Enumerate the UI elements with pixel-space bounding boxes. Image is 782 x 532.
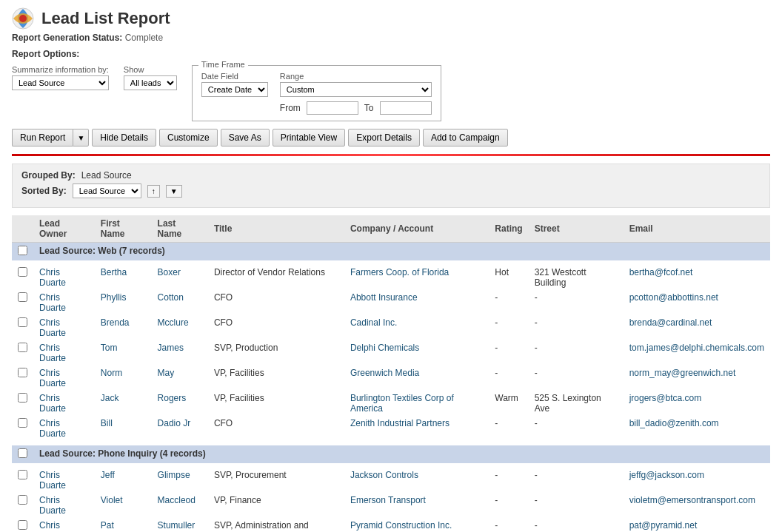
title-cell: SVP, Administration and Finance [208, 518, 344, 532]
first-name-link[interactable]: Pat [101, 520, 114, 531]
row-checkbox[interactable] [18, 470, 27, 479]
street-cell: - [529, 468, 624, 493]
row-checkbox[interactable] [18, 292, 27, 302]
owner-link[interactable]: Chris Duarte [39, 495, 66, 516]
row-checkbox[interactable] [18, 343, 27, 352]
last-name-link[interactable]: Dadio Jr [158, 418, 191, 428]
first-name-link[interactable]: Brenda [101, 317, 130, 328]
email-link[interactable]: jrogers@btca.com [629, 393, 702, 403]
email-link[interactable]: violetm@emersontransport.com [629, 495, 755, 505]
app-logo [12, 7, 34, 30]
last-name-link[interactable]: Mcclure [158, 317, 189, 328]
company-link[interactable]: Cadinal Inc. [350, 317, 397, 328]
show-label: Show [124, 65, 177, 74]
show-select[interactable]: All leads [124, 75, 177, 90]
street-cell: - [529, 518, 624, 532]
export-details-button[interactable]: Export Details [348, 129, 420, 147]
company-link[interactable]: Farmers Coop. of Florida [350, 267, 449, 277]
sort-asc-button[interactable]: ↑ [147, 185, 160, 198]
sorted-by-select[interactable]: Lead Source [73, 183, 141, 198]
company-link[interactable]: Abbott Insurance [350, 292, 418, 303]
row-checkbox[interactable] [18, 317, 27, 327]
row-checkbox[interactable] [18, 520, 27, 530]
owner-link[interactable]: Chris Duarte [39, 267, 66, 288]
run-report-arrow[interactable]: ▼ [73, 129, 89, 147]
company-link[interactable]: Zenith Industrial Partners [350, 418, 450, 428]
last-name-link[interactable]: Stumuller [158, 520, 196, 531]
email-link[interactable]: bertha@fcof.net [629, 267, 693, 277]
title-cell: VP, Facilities [208, 366, 344, 391]
email-link[interactable]: norm_may@greenwich.net [629, 368, 736, 378]
email-link[interactable]: pcotton@abbottins.net [629, 292, 718, 303]
owner-link[interactable]: Chris Duarte [39, 317, 66, 338]
first-name-link[interactable]: Jack [101, 393, 119, 403]
hide-details-button[interactable]: Hide Details [92, 129, 156, 147]
sort-desc-button[interactable]: ▼ [166, 185, 182, 198]
owner-link[interactable]: Chris Duarte [39, 368, 66, 388]
owner-link[interactable]: Chris Duarte [39, 343, 66, 363]
toolbar: Run Report ▼ Hide Details Customize Save… [12, 129, 770, 147]
owner-link[interactable]: Chris Duarte [39, 418, 66, 439]
run-report-button[interactable]: Run Report [12, 129, 73, 147]
range-select[interactable]: Custom [280, 82, 432, 97]
company-link[interactable]: Greenwich Media [350, 368, 419, 378]
report-options-label: Report Options: [12, 49, 770, 59]
first-name-link[interactable]: Bertha [101, 267, 127, 277]
last-name-link[interactable]: May [158, 368, 175, 378]
email-link[interactable]: jeffg@jackson.com [629, 470, 704, 480]
row-checkbox[interactable] [18, 393, 27, 403]
from-input[interactable] [307, 101, 358, 115]
company-link[interactable]: Pyramid Construction Inc. [350, 520, 452, 531]
to-input[interactable] [380, 101, 432, 115]
date-field-select[interactable]: Create Date [201, 82, 268, 97]
street-cell: 525 S. Lexington Ave [529, 391, 624, 416]
last-name-link[interactable]: Glimpse [158, 470, 190, 480]
table-row: Chris Duarte Jack Rogers VP, Facilities … [12, 391, 770, 416]
last-name-link[interactable]: James [158, 343, 184, 353]
last-name-link[interactable]: Cotton [158, 292, 184, 303]
summarize-select[interactable]: Lead Source [12, 75, 109, 90]
first-name-link[interactable]: Violet [101, 495, 123, 505]
street-cell: - [529, 366, 624, 391]
first-name-link[interactable]: Jeff [101, 470, 115, 480]
rating-cell: - [489, 493, 528, 518]
last-name-link[interactable]: Boxer [158, 267, 181, 277]
email-link[interactable]: pat@pyramid.net [629, 520, 698, 531]
street-cell: - [529, 493, 624, 518]
add-to-campaign-button[interactable]: Add to Campaign [423, 129, 508, 147]
group-checkbox-0[interactable] [18, 246, 27, 255]
last-name-link[interactable]: Maccleod [158, 495, 196, 505]
first-name-link[interactable]: Bill [101, 418, 113, 428]
row-checkbox[interactable] [18, 495, 27, 505]
grouped-bar: Grouped By: Lead Source Sorted By: Lead … [12, 164, 770, 208]
save-as-button[interactable]: Save As [221, 129, 270, 147]
row-checkbox[interactable] [18, 267, 27, 277]
company-link[interactable]: Delphi Chemicals [350, 343, 419, 353]
company-link[interactable]: Emerson Transport [350, 495, 426, 505]
owner-link[interactable]: Chris Duarte [39, 292, 66, 313]
group-checkbox-1[interactable] [18, 448, 27, 458]
first-name-link[interactable]: Phyllis [101, 292, 127, 303]
row-checkbox[interactable] [18, 418, 27, 428]
title-cell: Director of Vendor Relations [208, 265, 344, 290]
customize-button[interactable]: Customize [159, 129, 218, 147]
owner-link[interactable]: Chris Duarte [39, 393, 66, 414]
first-name-link[interactable]: Norm [101, 368, 122, 378]
last-name-link[interactable]: Rogers [158, 393, 187, 403]
company-link[interactable]: Burlington Textiles Corp of America [350, 393, 454, 414]
email-link[interactable]: tom.james@delphi.chemicals.com [629, 343, 764, 353]
col-title: Title [208, 215, 344, 243]
email-link[interactable]: bill_dadio@zenith.com [629, 418, 719, 428]
company-link[interactable]: Jackson Controls [350, 470, 418, 480]
first-name-link[interactable]: Tom [101, 343, 118, 353]
row-checkbox[interactable] [18, 368, 27, 377]
printable-view-button[interactable]: Printable View [273, 129, 346, 147]
title-cell: SVP, Procurement [208, 468, 344, 493]
email-link[interactable]: brenda@cardinal.net [629, 317, 712, 328]
rating-cell: - [489, 416, 528, 441]
divider [12, 154, 770, 156]
table-row: Chris Duarte Pat Stumuller SVP, Administ… [12, 518, 770, 532]
owner-link[interactable]: Chris Duarte [39, 470, 66, 491]
grouped-by-label: Grouped By: [21, 170, 76, 181]
owner-link[interactable]: Chris Duarte [39, 520, 66, 532]
